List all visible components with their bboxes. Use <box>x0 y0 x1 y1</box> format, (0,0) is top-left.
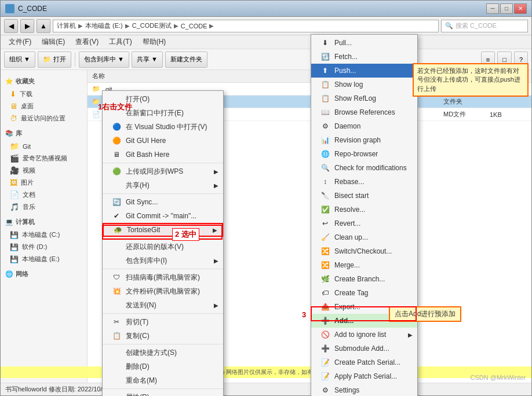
ctx-include-library[interactable]: 包含到库中(I) ▶ <box>103 254 223 267</box>
shred-icon: 💥 <box>112 287 121 295</box>
sidebar-item-drive-c[interactable]: 💾 本地磁盘 (C:) <box>1 229 87 241</box>
window-title: C_CODE <box>18 5 47 13</box>
sidebar-item-music[interactable]: 🎵 音乐 <box>1 201 87 213</box>
menu-view[interactable]: 查看(V) <box>71 36 103 48</box>
back-button[interactable]: ◀ <box>4 19 18 33</box>
sidebar-item-drive-d[interactable]: 💾 软件 (D:) <box>1 241 87 253</box>
git-repo-browser[interactable]: 🌐 Repo-browser <box>311 147 417 161</box>
git-clean-up[interactable]: 🧹 Clean up... <box>311 230 417 244</box>
maximize-button[interactable]: □ <box>500 3 513 14</box>
git-fetch[interactable]: 🔃 Fetch... <box>311 50 417 64</box>
menu-help[interactable]: 帮助(H) <box>138 36 171 48</box>
git-revert[interactable]: ↩ Revert... <box>311 217 417 230</box>
sidebar-favorites-header[interactable]: ⭐ 收藏夹 <box>1 75 87 88</box>
ctx-open-vs[interactable]: 🔵 在 Visual Studio 中打开(V) <box>103 120 223 134</box>
sidebar-section-computer: 💻 计算机 💾 本地磁盘 (C:) 💾 软件 (D:) 💾 本地磁盘 (E:) <box>1 215 87 265</box>
git-create-branch[interactable]: 🌿 Create Branch... <box>311 272 417 286</box>
menu-tools[interactable]: 工具(T) <box>104 36 136 48</box>
git-create-tag[interactable]: 🏷 Create Tag <box>311 286 417 300</box>
git-submodule-add[interactable]: ➕ Submodule Add... <box>311 342 417 355</box>
sidebar-item-pictures[interactable]: 🖼 图片 <box>1 177 87 189</box>
readme-type: MD文件 <box>439 110 485 119</box>
git-revision-graph[interactable]: 📊 Revision graph <box>311 133 417 147</box>
sidebar-item-drive-e[interactable]: 💾 本地磁盘 (E:) <box>1 253 87 265</box>
git-apply-patch[interactable]: 📝 Apply Patch Serial... <box>311 369 417 383</box>
search-box[interactable]: 🔍 搜索 C_CODE <box>441 20 528 32</box>
git-switch-checkout[interactable]: 🔀 Switch/Checkout... <box>311 244 417 258</box>
daemon-icon: ⚙ <box>320 122 330 130</box>
git-add-ignore[interactable]: 🚫 Add to ignore list ▶ <box>311 328 417 342</box>
sidebar-computer-header[interactable]: 💻 计算机 <box>1 215 87 229</box>
share-button[interactable]: 共享 ▼ <box>132 52 163 68</box>
git-daemon[interactable]: ⚙ Daemon <box>311 119 417 133</box>
sidebar-network-header[interactable]: 🌐 网络 <box>1 267 87 281</box>
git-show-log[interactable]: 📋 Show log <box>311 78 417 91</box>
sidebar-library-header[interactable]: 📚 库 <box>1 127 87 140</box>
ctx-git-commit[interactable]: ✔ Git Commit -> "main"... <box>103 209 223 223</box>
wps-icon: 🟢 <box>112 167 121 175</box>
ctx-share[interactable]: 共享(H) ▶ <box>103 178 223 192</box>
ctx-git-gui[interactable]: 🟠 Git GUI Here <box>103 134 223 148</box>
open-button[interactable]: 📁 打开 <box>38 52 71 68</box>
ctx-send-to[interactable]: 发送到(N) ▶ <box>103 298 223 312</box>
address-path[interactable]: 计算机 ▶ 本地磁盘 (E:) ▶ C_CODE测试 ▶ C_CODE ▶ <box>53 20 439 32</box>
ctx-shred[interactable]: 💥 文件粉碎(腾讯电脑管家) <box>103 284 223 298</box>
git-create-patch[interactable]: 📝 Create Patch Serial... <box>311 355 417 369</box>
git-merge[interactable]: 🔀 Merge... <box>311 258 417 272</box>
ctx-restore[interactable]: 还原以前的版本(V) <box>103 240 223 254</box>
ctx-scan[interactable]: 🛡 扫描病毒(腾讯电脑管家) <box>103 270 223 284</box>
minimize-button[interactable]: ─ <box>486 3 499 14</box>
ctx-copy[interactable]: 📋 复制(C) <box>103 329 223 343</box>
git-show-reflog[interactable]: 📋 Show RefLog <box>311 91 417 105</box>
video-icon: 🎥 <box>10 166 19 175</box>
open-label: 📁 <box>43 56 51 63</box>
git-browse-refs[interactable]: 📖 Browse References <box>311 105 417 119</box>
ctx-create-shortcut[interactable]: 创建快捷方式(S) <box>103 346 223 360</box>
git-rebase[interactable]: ↕ Rebase... <box>311 175 417 189</box>
add-note: 点击Add进行预添加 <box>389 306 461 322</box>
search-placeholder: 搜索 C_CODE <box>456 21 497 30</box>
path-ccode-test: C_CODE测试 <box>132 21 172 30</box>
ctx-delete[interactable]: 删除(D) <box>103 360 223 373</box>
git-bisect-start[interactable]: 🔪 Bisect start <box>311 189 417 203</box>
address-bar: ◀ ▶ ▲ 计算机 ▶ 本地磁盘 (E:) ▶ C_CODE测试 ▶ C_COD… <box>1 17 531 35</box>
ctx-cut[interactable]: ✂ 剪切(T) <box>103 315 223 329</box>
menu-file[interactable]: 文件(F) <box>4 36 36 48</box>
revert-icon: ↩ <box>320 219 330 228</box>
organize-button[interactable]: 组织 ▼ <box>4 52 35 68</box>
git-submenu: ⬇ Pull... 🔃 Fetch... ⬆ Push... 📋 Show lo… <box>311 34 418 396</box>
ctx-wps[interactable]: 🟢 上传或同步到WPS ▶ <box>103 164 223 178</box>
drive-c-icon: 💾 <box>10 231 19 239</box>
ctx-git-bash[interactable]: 🖥 Git Bash Here <box>103 148 223 162</box>
forward-button[interactable]: ▶ <box>20 19 34 33</box>
ctx-properties[interactable]: 属性(R) <box>103 390 223 396</box>
new-folder-button[interactable]: 新建文件夹 <box>165 52 207 68</box>
include-library-button[interactable]: 包含到库中 ▼ <box>79 52 129 68</box>
window-icon <box>5 4 14 13</box>
organize-label: 组织 ▼ <box>9 55 30 64</box>
clean-up-icon: 🧹 <box>320 233 330 241</box>
git-check-modifications[interactable]: 🔍 Check for modifications <box>311 161 417 175</box>
ctx-tortoisegit[interactable]: 🐢 TortoiseGit ▶ <box>103 223 223 237</box>
sidebar-item-recent[interactable]: ⏱ 最近访问的位置 <box>1 112 87 124</box>
sidebar-item-git[interactable]: 📁 Git <box>1 140 87 152</box>
ctx-rename[interactable]: 重命名(M) <box>103 373 223 387</box>
title-bar: C_CODE ─ □ ✕ <box>1 1 531 17</box>
desktop-icon: 🖥 <box>10 102 17 111</box>
ctx-git-sync[interactable]: 🔄 Git Sync... <box>103 195 223 209</box>
menu-edit[interactable]: 编辑(E) <box>37 36 70 48</box>
sidebar-item-video[interactable]: 🎥 视频 <box>1 164 87 177</box>
git-push[interactable]: ⬆ Push... <box>311 64 417 78</box>
sidebar-item-documents[interactable]: 📄 文档 <box>1 189 87 201</box>
git-pull[interactable]: ⬇ Pull... <box>311 36 417 50</box>
sidebar-item-desktop[interactable]: 🖥 桌面 <box>1 100 87 112</box>
sidebar-item-iqiyi[interactable]: 🎬 爱奇艺热播视频 <box>1 152 87 164</box>
git-settings[interactable]: ⚙ Settings <box>311 383 417 396</box>
close-button[interactable]: ✕ <box>514 3 527 14</box>
up-button[interactable]: ▲ <box>37 19 50 33</box>
sidebar-item-download[interactable]: ⬇ 下载 <box>1 88 87 100</box>
copy-icon: 📋 <box>112 332 121 340</box>
git-resolve[interactable]: ✅ Resolve... <box>311 203 417 217</box>
ctx-separator-5 <box>103 313 223 314</box>
col-name-header[interactable]: 名称 <box>88 72 346 80</box>
